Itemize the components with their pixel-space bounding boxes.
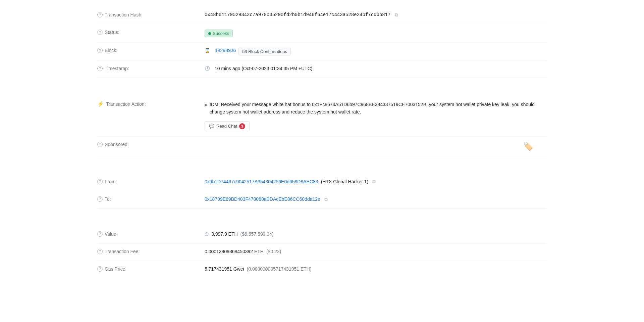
transaction-hash-label: ? Transaction Hash: bbox=[97, 11, 205, 17]
transaction-action-label: ⚡ Transaction Action: bbox=[97, 100, 205, 107]
transaction-hash-row: ? Transaction Hash: 0x48bd1179529343c7a9… bbox=[97, 7, 547, 24]
help-icon-sponsored[interactable]: ? bbox=[97, 142, 103, 147]
to-value: 0x18709E89BD403F470088aBDAcEbE86CC60dda1… bbox=[205, 196, 547, 202]
transaction-hash-value: 0x48bd1179529343c7a970045290fd2b0b1d946f… bbox=[205, 11, 547, 18]
timestamp-value: 🕐 10 mins ago (Oct-07-2023 01:34:35 PM +… bbox=[205, 65, 547, 71]
chat-icon: 💬 bbox=[209, 124, 214, 129]
action-message: ▶ IDM: Received your message.white hat b… bbox=[205, 101, 547, 116]
sponsored-icon: 🏷️ bbox=[523, 142, 533, 151]
help-icon-timestamp[interactable]: ? bbox=[97, 66, 103, 71]
from-value: 0xdb1D74467c9042517A354304256E0d658D8AEC… bbox=[205, 178, 547, 185]
from-label: ? From: bbox=[97, 178, 205, 184]
copy-hash-icon[interactable]: ⧉ bbox=[395, 12, 398, 18]
transaction-action-value: ▶ IDM: Received your message.white hat b… bbox=[205, 100, 547, 131]
clock-icon: 🕐 bbox=[205, 66, 210, 71]
hash-text: 0x48bd1179529343c7a970045290fd2b0b1d946f… bbox=[205, 12, 391, 17]
to-address-link[interactable]: 0x18709E89BD403F470088aBDAcEbE86CC60dda1… bbox=[205, 196, 320, 202]
timestamp-label: ? Timestamp: bbox=[97, 65, 205, 71]
copy-to-icon[interactable]: ⧉ bbox=[324, 196, 328, 202]
sponsored-row: ? Sponsored: 🏷️ bbox=[97, 136, 547, 156]
value-row: ? Value: ⬡ 3,997.9 ETH ($6,557,593.34) bbox=[97, 226, 547, 243]
from-row: ? From: 0xdb1D74467c9042517A354304256E0d… bbox=[97, 174, 547, 191]
read-chat-button[interactable]: 💬 Read Chat 3 bbox=[205, 121, 250, 131]
help-icon-from[interactable]: ? bbox=[97, 179, 103, 184]
gas-row: ? Gas Price: 5.717431951 Gwei (0.0000000… bbox=[97, 261, 547, 278]
help-icon[interactable]: ? bbox=[97, 12, 103, 17]
block-number-link[interactable]: 18298936 bbox=[215, 48, 236, 53]
block-label: ? Block: bbox=[97, 47, 205, 53]
status-label: ? Status: bbox=[97, 29, 205, 35]
to-label: ? To: bbox=[97, 196, 205, 202]
status-row: ? Status: Success bbox=[97, 24, 547, 42]
from-address-name: (HTX Global Hacker 1) bbox=[321, 179, 369, 184]
value-value: ⬡ 3,997.9 ETH ($6,557,593.34) bbox=[205, 231, 547, 237]
help-icon-block[interactable]: ? bbox=[97, 48, 103, 53]
fee-row: ? Transaction Fee: 0.00013909368450392 E… bbox=[97, 243, 547, 261]
spacer-row-2 bbox=[97, 156, 547, 174]
fee-value: 0.00013909368450392 ETH ($0.23) bbox=[205, 248, 547, 254]
status-badge: Success bbox=[205, 30, 233, 37]
arrow-icon: ▶ bbox=[205, 102, 208, 108]
status-dot bbox=[208, 32, 211, 35]
to-row: ? To: 0x18709E89BD403F470088aBDAcEbE86CC… bbox=[97, 191, 547, 209]
hourglass-icon: ⌛ bbox=[205, 48, 210, 53]
eth-icon: ⬡ bbox=[205, 231, 209, 237]
help-icon-status[interactable]: ? bbox=[97, 30, 103, 35]
block-row: ? Block: ⌛ 18298936 53 Block Confirmatio… bbox=[97, 42, 547, 60]
usd-amount: ($6,557,593.34) bbox=[240, 231, 274, 237]
sponsored-label: ? Sponsored: bbox=[97, 141, 205, 147]
copy-from-icon[interactable]: ⧉ bbox=[372, 179, 376, 185]
timestamp-row: ? Timestamp: 🕐 10 mins ago (Oct-07-2023 … bbox=[97, 60, 547, 78]
gas-value: 5.717431951 Gwei (0.000000005717431951 E… bbox=[205, 266, 547, 272]
spacer-row-3 bbox=[97, 209, 547, 226]
help-icon-to[interactable]: ? bbox=[97, 196, 103, 202]
eth-amount: 3,997.9 ETH bbox=[211, 231, 238, 237]
block-confirmations-badge: 53 Block Confirmations bbox=[238, 48, 291, 55]
chat-count-badge: 3 bbox=[239, 123, 245, 129]
fee-eth: 0.00013909368450392 ETH bbox=[205, 249, 264, 254]
gas-label: ? Gas Price: bbox=[97, 266, 205, 272]
from-address-link[interactable]: 0xdb1D74467c9042517A354304256E0d658D8AEC… bbox=[205, 179, 318, 184]
fee-label: ? Transaction Fee: bbox=[97, 248, 205, 254]
gas-eth: (0.000000005717431951 ETH) bbox=[247, 266, 312, 272]
timestamp-text: 10 mins ago (Oct-07-2023 01:34:35 PM +UT… bbox=[215, 66, 312, 71]
spacer-row bbox=[97, 78, 547, 95]
value-label: ? Value: bbox=[97, 231, 205, 237]
transaction-action-row: ⚡ Transaction Action: ▶ IDM: Received yo… bbox=[97, 95, 547, 136]
fee-usd: ($0.23) bbox=[266, 249, 281, 254]
status-value: Success bbox=[205, 29, 547, 37]
help-icon-value[interactable]: ? bbox=[97, 231, 103, 237]
help-icon-gas[interactable]: ? bbox=[97, 266, 103, 272]
block-value: ⌛ 18298936 53 Block Confirmations bbox=[205, 47, 547, 55]
gas-gwei: 5.717431951 Gwei bbox=[205, 266, 244, 272]
help-icon-fee[interactable]: ? bbox=[97, 249, 103, 254]
lightning-icon: ⚡ bbox=[97, 101, 104, 107]
sponsored-value: 🏷️ bbox=[205, 141, 547, 151]
